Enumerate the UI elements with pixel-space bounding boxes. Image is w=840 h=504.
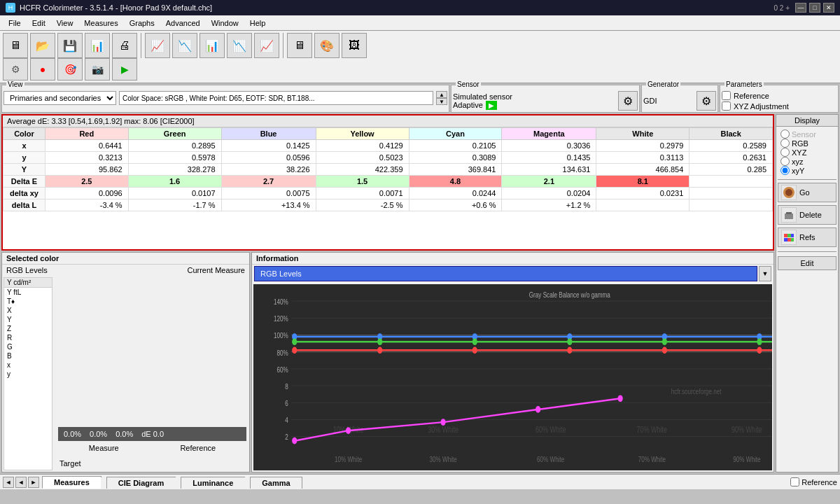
toolbar-graph2[interactable]: 📉 <box>172 33 197 58</box>
svg-rect-60 <box>791 234 794 237</box>
toolbar-save[interactable]: 💾 <box>57 33 83 58</box>
go-button[interactable]: Go <box>778 183 836 202</box>
information-panel: Information RGB Levels ▼ <box>251 252 774 472</box>
generator-panel: Generator GDI ⚙ <box>641 85 718 113</box>
radio-xyz-lower[interactable]: xyz <box>780 157 834 166</box>
col-green: Green <box>128 128 221 140</box>
menu-edit[interactable]: Edit <box>27 18 51 29</box>
delete-button[interactable]: Delete <box>778 205 836 225</box>
menu-view[interactable]: View <box>51 18 79 29</box>
toolbar-record[interactable]: ● <box>30 58 55 80</box>
nav-prev[interactable]: ◄ <box>15 477 27 488</box>
toolbar-new[interactable]: 🖥 <box>3 33 28 58</box>
data-table: Color Red Green Blue Yellow Cyan Magenta… <box>3 127 773 211</box>
params-label: Parameters <box>724 80 764 88</box>
tab-sep3 <box>244 477 250 489</box>
scroll-item-Y: Y <box>4 315 52 324</box>
top-info: View Primaries and secondaries Color Spa… <box>1 85 839 113</box>
table-row: y 0.3213 0.5978 0.0596 0.5023 0.3089 0.1… <box>4 152 773 164</box>
toolbar-capture[interactable]: 📷 <box>85 58 110 80</box>
g-value: 0.0% <box>90 430 107 438</box>
selected-color-panel: Selected color RGB Levels Current Measur… <box>1 252 250 472</box>
svg-text:100%: 100% <box>274 331 288 340</box>
svg-rect-61 <box>784 238 788 241</box>
scroll-item-t: T♦ <box>4 297 52 306</box>
r-value: 0.0% <box>64 430 81 438</box>
scroll-item-yftl: Y ftL <box>4 288 52 297</box>
svg-point-55 <box>785 189 792 196</box>
nav-prev2[interactable]: ◄ <box>3 477 14 488</box>
toolbar-graph4[interactable]: 📉 <box>227 33 252 58</box>
tab-cie[interactable]: CIE Diagram <box>106 477 176 489</box>
display-sep2 <box>778 251 836 252</box>
svg-text:70% White: 70% White <box>636 424 667 434</box>
toolbar-sep2 <box>283 33 284 58</box>
svg-point-40 <box>662 338 667 345</box>
svg-text:8: 8 <box>285 382 288 391</box>
radio-xyz[interactable]: XYZ <box>780 148 834 157</box>
toolbar-graph3[interactable]: 📊 <box>200 33 225 58</box>
menu-graphs[interactable]: Graphs <box>124 18 160 29</box>
svg-point-42 <box>292 346 297 354</box>
svg-point-36 <box>292 338 297 345</box>
refs-label: Refs <box>799 233 816 241</box>
refs-button[interactable]: Refs <box>778 227 836 247</box>
generator-settings-btn[interactable]: ⚙ <box>696 91 716 111</box>
svg-text:hcfr.sourceforge.net: hcfr.sourceforge.net <box>671 387 722 396</box>
sensor-play-btn[interactable]: ▶ <box>486 101 497 110</box>
rgb-levels-dropdown-btn[interactable]: RGB Levels <box>254 266 757 281</box>
view-dropdown[interactable]: Primaries and secondaries <box>4 91 116 105</box>
maximize-button[interactable]: □ <box>809 3 820 13</box>
toolbar-target[interactable]: 🎯 <box>57 58 83 80</box>
menu-help[interactable]: Help <box>244 18 272 29</box>
svg-text:120%: 120% <box>274 314 288 323</box>
radio-rgb[interactable]: RGB <box>780 139 834 148</box>
svg-point-43 <box>377 346 382 354</box>
sensor-settings-btn[interactable]: ⚙ <box>618 91 638 111</box>
nav-next[interactable]: ► <box>28 477 39 488</box>
radio-sensor[interactable]: Sensor <box>780 130 834 139</box>
toolbar-chart[interactable]: 📊 <box>85 33 110 58</box>
reference-status-checkbox[interactable] <box>790 477 799 486</box>
measure-scroll-list[interactable]: Y cd/m² Y ftL T♦ X Y Z R G B x y <box>4 277 52 470</box>
col-red: Red <box>46 128 129 140</box>
xyz-adjustment-checkbox[interactable] <box>722 102 731 111</box>
toolbar-graph5[interactable]: 📈 <box>254 33 279 58</box>
toolbar-graph1[interactable]: 📈 <box>145 33 170 58</box>
toolbar-open[interactable]: 📂 <box>30 33 55 58</box>
reference-label: Reference <box>734 92 769 100</box>
status-tabs: Measures CIE Diagram Luminance Gamma <box>42 476 788 489</box>
svg-rect-59 <box>788 234 791 237</box>
menu-file[interactable]: File <box>3 18 27 29</box>
toolbar-extra1[interactable]: 🖼 <box>342 33 367 58</box>
color-space-field: Color Space: sRGB , White Point: D65, EO… <box>119 91 433 105</box>
svg-point-39 <box>567 338 572 345</box>
reference-checkbox[interactable] <box>722 91 731 100</box>
minimize-button[interactable]: — <box>795 3 806 13</box>
dropdown-arrow[interactable]: ▼ <box>759 266 771 281</box>
svg-point-51 <box>536 406 540 413</box>
color-bars: 0.0% 0.0% 0.0% dE 0.0 <box>58 427 246 441</box>
close-button[interactable]: ✕ <box>823 3 834 13</box>
toolbar-sensor[interactable]: 🖥 <box>287 33 312 58</box>
menu-measures[interactable]: Measures <box>78 18 123 29</box>
toolbar-start[interactable]: ⚙ <box>3 58 28 80</box>
tab-luminance[interactable]: Luminance <box>181 477 245 489</box>
menu-advanced[interactable]: Advanced <box>160 18 206 29</box>
colorspace-scroll-down[interactable]: ▼ <box>436 98 447 105</box>
scroll-item-G: G <box>4 342 52 351</box>
sensor-panel: Sensor Simulated sensor Adaptive ▶ ⚙ <box>451 85 640 113</box>
tab-gamma[interactable]: Gamma <box>250 477 302 489</box>
edit-button[interactable]: Edit <box>778 256 836 270</box>
tab-measures[interactable]: Measures <box>42 476 102 489</box>
menu-window[interactable]: Window <box>206 18 244 29</box>
scroll-header: Y cd/m² <box>4 278 52 288</box>
radio-xyY[interactable]: xyY <box>780 166 834 175</box>
toolbar-print[interactable]: 🖨 <box>112 33 137 58</box>
svg-point-38 <box>472 338 477 345</box>
svg-text:10% White: 10% White <box>335 455 362 463</box>
toolbar-play[interactable]: ▶ <box>112 58 137 80</box>
toolbar-color[interactable]: 🎨 <box>314 33 340 58</box>
colorspace-scroll-up[interactable]: ▲ <box>436 91 447 98</box>
chart-area: 140% 120% 100% 80% 60% 8 6 4 2 Gray Scal… <box>253 284 772 470</box>
